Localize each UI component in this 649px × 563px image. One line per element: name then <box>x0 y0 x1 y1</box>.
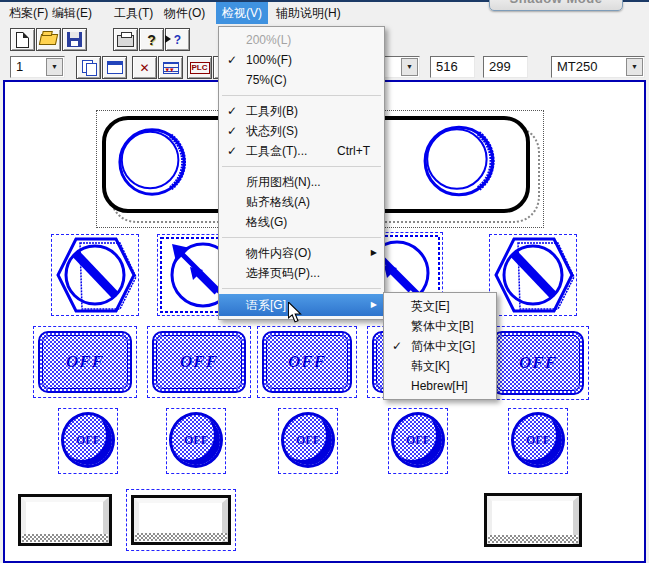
hex-screw-icon <box>490 235 576 315</box>
menu-item-zoom75[interactable]: 75%(C) <box>219 70 384 90</box>
menu-item-label: 英文[E] <box>411 299 450 313</box>
menu-item-used-pictures[interactable]: 所用图档(N)... <box>219 172 384 192</box>
menu-separator <box>222 237 381 238</box>
menu-item-label: 格线(G) <box>246 215 287 229</box>
help-button[interactable]: ? <box>139 28 164 51</box>
check-icon <box>392 336 402 356</box>
copy-object-button[interactable] <box>76 56 101 79</box>
menu-item-zoom200: 200%(L) <box>219 30 384 50</box>
off-rect-button[interactable]: OFF <box>257 326 357 398</box>
off-label: OFF <box>288 352 326 372</box>
menu-object[interactable]: 物件(O) <box>158 2 211 24</box>
pilot-lamp[interactable] <box>420 120 502 202</box>
off-round-button[interactable]: OFF <box>508 408 568 474</box>
menu-item-label: 所用图档(N)... <box>246 175 321 189</box>
off-round-button[interactable]: OFF <box>166 408 226 474</box>
context-help-button[interactable]: ? <box>165 28 190 51</box>
menu-item-label: 工具列(B) <box>246 104 298 118</box>
context-help-icon: ? <box>174 33 181 47</box>
off-label: OFF <box>76 433 100 448</box>
off-round-button[interactable]: OFF <box>58 408 118 474</box>
menu-item-statusbar[interactable]: 状态列(S) <box>219 121 384 141</box>
menu-item-select-page[interactable]: 选择页码(P)... <box>219 263 384 283</box>
menu-item-toolbox[interactable]: 工具盒(T)...Ctrl+T <box>219 141 384 161</box>
save-icon <box>67 32 82 47</box>
off-label: OFF <box>66 352 104 372</box>
menu-item-zoom100[interactable]: 100%(F) <box>219 50 384 70</box>
menu-help[interactable]: 辅助说明(H) <box>270 2 347 24</box>
app-window: Shadow Mode 档案(F) 编辑(E) 工具(T) 物件(O) 检视(V… <box>0 0 649 563</box>
menu-view[interactable]: 检视(V) <box>216 2 268 24</box>
menu-item-label: 工具盒(T)... <box>246 144 307 158</box>
menu-edit[interactable]: 编辑(E) <box>46 2 98 24</box>
model-selector[interactable]: MT250 ▼ <box>551 56 645 78</box>
off-rect-button[interactable]: OFF <box>487 326 589 400</box>
chevron-down-icon[interactable]: ▼ <box>626 58 643 76</box>
submenu-item-korean[interactable]: 韩文[K] <box>384 356 496 376</box>
menu-item-label: 75%(C) <box>246 73 287 87</box>
language-submenu-panel: 英文[E] 繁体中文[B] 简体中文[G] 韩文[K] Hebrew[H] <box>383 292 497 400</box>
menu-item-label: 贴齐格线(A) <box>246 195 310 209</box>
mouse-cursor-icon <box>288 302 302 323</box>
off-rect-button[interactable]: OFF <box>147 326 251 398</box>
menu-item-label: 状态列(S) <box>246 124 298 138</box>
off-label: OFF <box>184 433 208 448</box>
menu-item-toolbar[interactable]: 工具列(B) <box>219 101 384 121</box>
submenu-item-simplified-chinese[interactable]: 简体中文[G] <box>384 336 496 356</box>
bevel-plate-selected[interactable] <box>126 489 236 551</box>
hex-screw-icon <box>52 235 138 315</box>
shadow-mode-button[interactable]: Shadow Mode <box>489 0 623 11</box>
menu-item-label: 选择页码(P)... <box>246 266 320 280</box>
cut-marked-button[interactable]: ✕ <box>132 56 157 79</box>
off-rect-button[interactable]: OFF <box>33 326 137 398</box>
menu-item-object-content[interactable]: 物件内容(O) <box>219 243 384 263</box>
submenu-arrow-icon <box>371 294 377 316</box>
page-selector-value: 1 <box>16 59 23 74</box>
menu-item-label: 100%(F) <box>246 53 292 67</box>
menu-item-label: 韩文[K] <box>411 359 450 373</box>
menu-item-label: 简体中文[G] <box>411 339 475 353</box>
bevel-plate[interactable] <box>484 493 582 547</box>
menu-item-label: 繁体中文[B] <box>411 319 474 333</box>
copy-icon <box>82 60 96 75</box>
new-document-button[interactable] <box>10 28 35 51</box>
menu-item-snap-grid[interactable]: 贴齐格线(A) <box>219 192 384 212</box>
hex-screw-object[interactable] <box>51 234 139 316</box>
bevel-plate <box>131 495 231 545</box>
menu-item-grid[interactable]: 格线(G) <box>219 212 384 232</box>
off-label: OFF <box>406 433 430 448</box>
menu-separator <box>222 95 381 96</box>
submenu-item-english[interactable]: 英文[E] <box>384 296 496 316</box>
print-button[interactable] <box>113 28 138 51</box>
y-coordinate-field[interactable]: 299 <box>483 56 528 78</box>
window-properties-button[interactable] <box>102 56 127 79</box>
menu-separator <box>222 288 381 289</box>
off-label: OFF <box>180 352 218 372</box>
off-label: OFF <box>296 433 320 448</box>
submenu-item-traditional-chinese[interactable]: 繁体中文[B] <box>384 316 496 336</box>
cut-x-icon: ✕ <box>139 62 149 74</box>
view-menu-panel: 200%(L) 100%(F) 75%(C) 工具列(B) 状态列(S) 工具盒… <box>218 26 385 320</box>
off-label: OFF <box>526 433 550 448</box>
chevron-down-icon[interactable]: ▼ <box>401 58 418 76</box>
off-round-button[interactable]: OFF <box>388 408 448 474</box>
chevron-down-icon[interactable]: ▼ <box>46 58 63 76</box>
check-icon <box>227 50 237 70</box>
menu-item-label: 语系[G] <box>246 298 286 312</box>
check-icon <box>227 101 237 121</box>
open-button[interactable] <box>36 28 61 51</box>
save-button[interactable] <box>62 28 87 51</box>
hex-screw-object[interactable] <box>489 234 577 316</box>
submenu-arrow-icon <box>371 243 377 263</box>
bevel-plate[interactable] <box>18 494 112 546</box>
pilot-lamp[interactable] <box>115 122 193 202</box>
grid-table-icon <box>163 62 179 74</box>
plc-address-button[interactable]: PLC <box>187 56 212 79</box>
page-selector[interactable]: 1 ▼ <box>10 56 65 78</box>
submenu-item-hebrew[interactable]: Hebrew[H] <box>384 376 496 396</box>
menu-tools[interactable]: 工具(T) <box>108 2 159 24</box>
grid-table-button[interactable] <box>158 56 183 79</box>
menu-shortcut: Ctrl+T <box>337 141 370 161</box>
x-coordinate-field[interactable]: 516 <box>430 56 475 78</box>
off-round-button[interactable]: OFF <box>278 408 338 474</box>
